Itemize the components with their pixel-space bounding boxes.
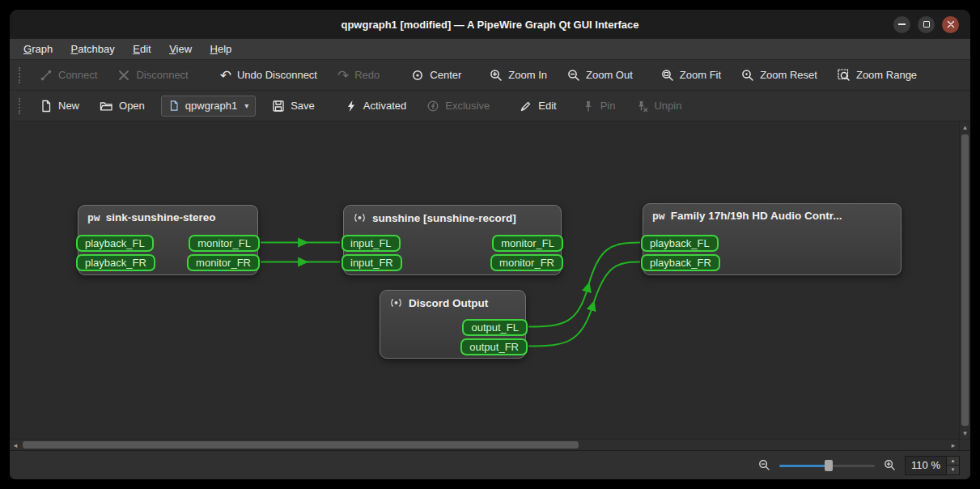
zoom-in-label: Zoom In	[508, 69, 547, 81]
zoom-in-icon	[490, 69, 503, 82]
zoom-fit-button[interactable]: Zoom Fit	[652, 63, 730, 87]
titlebar[interactable]: qpwgraph1 [modified] — A PipeWire Graph …	[10, 10, 970, 39]
edit-button[interactable]: Edit	[511, 94, 565, 118]
zoom-in-button[interactable]: Zoom In	[481, 63, 556, 87]
minimize-button[interactable]	[893, 16, 910, 33]
scroll-left-arrow[interactable]: ◂	[10, 440, 21, 451]
node-title: pw Family 17h/19h HD Audio Contr...	[643, 204, 901, 222]
port-monitor-fl[interactable]: monitor_FL	[189, 235, 260, 252]
exclusive-button[interactable]: Exclusive	[418, 94, 498, 118]
node-discord-output[interactable]: Discord Output output_FL output_FR	[380, 290, 526, 359]
node-sunshine-record[interactable]: sunshine [sunshine-record] input_FL inpu…	[343, 205, 562, 275]
port-playback-fl[interactable]: playback_FL	[641, 235, 719, 252]
unpin-icon	[635, 100, 648, 113]
unpin-label: Unpin	[654, 100, 681, 112]
menu-patchbay[interactable]: Patchbay	[64, 39, 122, 59]
scrollbar-corner	[959, 439, 970, 450]
edit-label: Edit	[538, 100, 556, 112]
center-label: Center	[430, 69, 461, 81]
statusbar: 110 % ▴ ▾	[10, 450, 970, 479]
close-button[interactable]	[942, 16, 959, 33]
node-family-hd-audio[interactable]: pw Family 17h/19h HD Audio Contr... play…	[643, 203, 902, 275]
toolbar-drag-handle[interactable]	[19, 67, 21, 83]
node-title: Discord Output	[380, 291, 525, 309]
save-label: Save	[291, 100, 315, 112]
zoom-spinbox[interactable]: 110 % ▴ ▾	[905, 456, 960, 475]
port-monitor-fr[interactable]: monitor_FR	[490, 254, 563, 271]
input-ports: playback_FL playback_FR	[76, 235, 155, 271]
zoom-in-small-icon[interactable]	[884, 459, 896, 471]
node-title: sunshine [sunshine-record]	[344, 206, 561, 224]
horizontal-scrollbar-track[interactable]	[21, 440, 948, 450]
vertical-scrollbar-thumb[interactable]	[961, 134, 969, 426]
center-button[interactable]: Center	[402, 63, 470, 87]
connect-button[interactable]: Connect	[31, 63, 106, 87]
spin-down-button[interactable]: ▾	[947, 465, 959, 474]
node-title: pw sink-sunshine-stereo	[78, 206, 257, 223]
zoom-slider[interactable]	[779, 458, 875, 473]
vertical-scrollbar[interactable]: ▴ ▾	[959, 121, 970, 439]
spin-up-button[interactable]: ▴	[947, 457, 959, 466]
disconnect-button[interactable]: Disconnect	[108, 63, 197, 87]
unpin-button[interactable]: Unpin	[626, 94, 690, 118]
record-stream-icon	[389, 296, 403, 309]
redo-button[interactable]: ↷ Redo	[329, 63, 388, 87]
port-playback-fr[interactable]: playback_FR	[641, 254, 720, 271]
zoom-slider-thumb[interactable]	[825, 460, 833, 471]
zoom-out-button[interactable]: Zoom Out	[558, 63, 642, 87]
menubar: Graph Patchbay Edit View Help	[10, 39, 970, 60]
activated-button[interactable]: Activated	[336, 94, 415, 118]
activated-label: Activated	[363, 100, 406, 112]
zoom-range-button[interactable]: Zoom Range	[829, 63, 926, 87]
scroll-up-arrow[interactable]: ▴	[960, 121, 971, 133]
horizontal-scrollbar-thumb[interactable]	[23, 441, 579, 449]
port-monitor-fr[interactable]: monitor_FR	[187, 254, 260, 271]
port-playback-fr[interactable]: playback_FR	[76, 254, 155, 271]
connect-icon	[40, 69, 53, 82]
open-button[interactable]: Open	[91, 94, 154, 118]
graph-canvas[interactable]: pw sink-sunshine-stereo playback_FL play…	[10, 121, 959, 439]
zoom-range-icon	[838, 69, 851, 82]
menu-view[interactable]: View	[162, 39, 199, 59]
menu-graph[interactable]: Graph	[16, 39, 60, 59]
menu-help[interactable]: Help	[203, 39, 240, 59]
maximize-icon	[923, 21, 930, 28]
horizontal-scrollbar[interactable]: ◂ ▸	[10, 439, 959, 450]
input-ports: input_FL input_FR	[342, 235, 402, 271]
canvas-area: pw sink-sunshine-stereo playback_FL play…	[10, 121, 970, 450]
node-sink-sunshine-stereo[interactable]: pw sink-sunshine-stereo playback_FL play…	[78, 205, 258, 275]
new-button[interactable]: New	[31, 94, 88, 118]
undo-disconnect-button[interactable]: ↶ Undo Disconnect	[211, 63, 326, 87]
node-title-text: sink-sunshine-stereo	[106, 211, 216, 223]
patchbay-combo[interactable]: qpwgraph1 ▾	[161, 96, 256, 117]
pin-button[interactable]: Pin	[573, 94, 625, 118]
port-output-fl[interactable]: output_FL	[462, 319, 528, 336]
output-ports: monitor_FL monitor_FR	[490, 235, 563, 271]
port-input-fr[interactable]: input_FR	[342, 254, 402, 271]
vertical-scrollbar-track[interactable]	[960, 133, 970, 427]
zoom-out-icon	[567, 69, 580, 82]
port-monitor-fl[interactable]: monitor_FL	[492, 235, 563, 252]
edit-pencil-icon	[520, 100, 532, 113]
port-output-fr[interactable]: output_FR	[460, 338, 528, 355]
zoom-value: 110 %	[906, 457, 946, 474]
toolbar-drag-handle[interactable]	[19, 98, 21, 114]
output-ports: monitor_FL monitor_FR	[187, 235, 260, 271]
lightning-bolt-icon	[345, 100, 358, 113]
port-input-fl[interactable]: input_FL	[342, 235, 401, 252]
pin-label: Pin	[600, 100, 616, 112]
port-playback-fl[interactable]: playback_FL	[76, 235, 154, 252]
zoom-reset-button[interactable]: Zoom Reset	[732, 63, 826, 87]
toolbar-graph: Connect Disconnect ↶ Undo Disconnect ↷ R…	[10, 60, 970, 91]
zoom-slider-fill	[779, 465, 829, 467]
zoom-out-small-icon[interactable]	[758, 459, 770, 471]
save-button[interactable]: Save	[263, 94, 324, 118]
maximize-button[interactable]	[918, 16, 935, 33]
new-file-icon	[40, 100, 53, 113]
window-title: qpwgraph1 [modified] — A PipeWire Graph …	[10, 19, 970, 31]
menu-edit[interactable]: Edit	[125, 39, 158, 59]
scroll-down-arrow[interactable]: ▾	[960, 427, 971, 439]
zoom-fit-label: Zoom Fit	[680, 69, 721, 81]
zoom-out-label: Zoom Out	[586, 69, 633, 81]
scroll-right-arrow[interactable]: ▸	[948, 440, 959, 451]
